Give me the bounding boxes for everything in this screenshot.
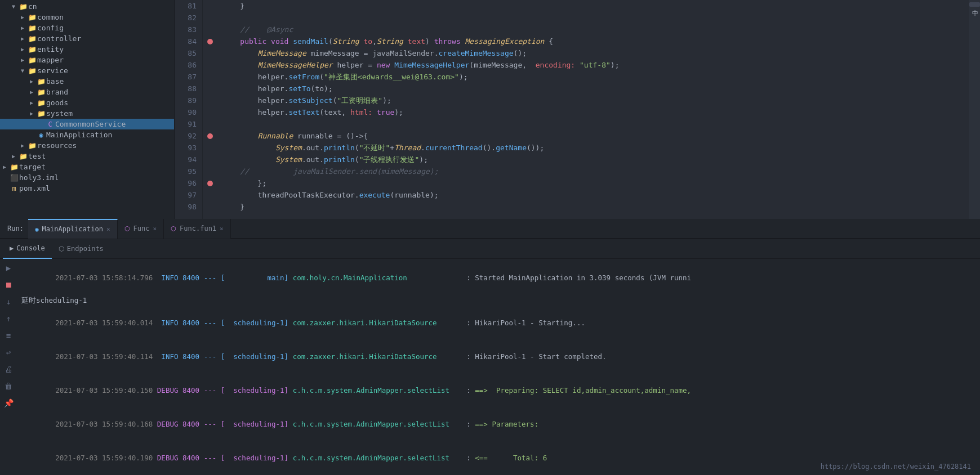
left-icon-clear[interactable]: 🗑 <box>2 379 15 393</box>
tree-item-pomxml[interactable]: m pom.xml <box>0 183 174 194</box>
java-service-icon: C <box>45 120 55 128</box>
breakpoint-92 <box>207 133 213 139</box>
panel-tab-console[interactable]: ▶ Console <box>3 239 52 259</box>
left-icon-run[interactable]: ▶ <box>2 261 15 275</box>
tree-item-service[interactable]: ▼ 📁 service <box>0 65 174 76</box>
tab-label-main: MainApplication <box>42 225 103 233</box>
watermark: https://blog.csdn.net/weixin_47628141 <box>821 463 971 470</box>
right-mini-btn[interactable]: 中 <box>969 2 980 7</box>
tree-label-pomxml: pom.xml <box>19 184 50 192</box>
tree-item-holy3iml[interactable]: ⬛ holy3.iml <box>0 172 174 183</box>
folder-icon-cn: 📁 <box>18 3 28 11</box>
folder-icon-base: 📁 <box>36 78 46 86</box>
code-line-90: helper.setText(text, html: true); <box>222 106 974 118</box>
tree-item-goods[interactable]: ▶ 📁 goods <box>0 97 174 108</box>
tree-arrow-target: ▶ <box>0 164 9 170</box>
tree-item-main-application[interactable]: ▶ ◉ MainApplication <box>0 129 174 140</box>
tree-arrow-goods: ▶ <box>27 100 36 106</box>
code-line-85: MimeMessage mimeMessage = javaMailSender… <box>222 47 974 59</box>
code-line-84: public void sendMail(String to,String te… <box>222 35 974 47</box>
left-icon-stop[interactable]: ⏹ <box>2 278 15 292</box>
tree-item-base[interactable]: ▶ 📁 base <box>0 76 174 87</box>
tab-icon-main: ◉ <box>35 226 39 233</box>
tree-item-config[interactable]: ▶ 📁 config <box>0 23 174 33</box>
tab-close-func[interactable]: × <box>153 225 157 232</box>
panel-tab-endpoints-label: Endpoints <box>67 245 104 253</box>
left-icon-wrap[interactable]: ↩ <box>2 346 15 359</box>
tree-arrow-mapper: ▶ <box>18 57 27 63</box>
code-line-83: // @Async <box>222 24 974 35</box>
tree-item-entity[interactable]: ▶ 📁 entity <box>0 44 174 55</box>
java-app-icon: ◉ <box>36 131 46 139</box>
tree-item-brand[interactable]: ▶ 📁 brand <box>0 87 174 97</box>
tree-label-holy3iml: holy3.iml <box>19 173 59 182</box>
tree-item-resources[interactable]: ▶ 📁 resources <box>0 140 174 151</box>
tab-label-func: Func <box>133 225 150 232</box>
code-line-82 <box>222 12 974 24</box>
tree-arrow-controller: ▶ <box>18 35 27 42</box>
left-icon-down[interactable]: ↓ <box>2 295 15 308</box>
folder-icon-brand: 📁 <box>36 88 46 96</box>
tree-arrow-common: ▶ <box>18 14 27 20</box>
tree-item-target[interactable]: ▶ 📁 target <box>0 162 174 172</box>
tree-label-common: common <box>37 13 64 21</box>
bottom-panel: ▶ Console ⬡ Endpoints ▶ ⏹ ↓ ↑ ≡ ↩ 🖨 🗑 📌 … <box>0 239 980 475</box>
tab-close-func-fun1[interactable]: × <box>220 225 224 232</box>
tree-label-base: base <box>46 77 64 86</box>
code-line-93: System.out.println("不延时"+Thread.currentT… <box>222 142 974 154</box>
tree-item-mapper[interactable]: ▶ 📁 mapper <box>0 55 174 65</box>
tree-item-system[interactable]: ▶ 📁 system <box>0 108 174 119</box>
tab-main-application[interactable]: ◉ MainApplication × <box>28 219 118 239</box>
code-line-88: helper.setTo(to); <box>222 83 974 95</box>
folder-icon-resources: 📁 <box>27 142 37 150</box>
tree-arrow-service: ▼ <box>18 68 27 74</box>
folder-icon-common: 📁 <box>27 14 37 21</box>
tree-arrow-brand: ▶ <box>27 89 36 95</box>
tree-arrow-test: ▶ <box>9 153 18 159</box>
panel-tab-console-label: Console <box>16 244 45 252</box>
code-line-94: System.out.println("子线程执行发送"); <box>222 154 974 165</box>
run-label: Run: <box>3 225 28 232</box>
tree-arrow-system: ▶ <box>27 110 36 116</box>
tree-item-common-service[interactable]: ▶ C CommonmonService <box>0 119 174 129</box>
code-editor[interactable]: 81 82 83 84 85 86 87 88 89 90 91 92 93 9… <box>175 0 980 219</box>
tree-item-test[interactable]: ▶ 📁 test <box>0 151 174 162</box>
tree-label-brand: brand <box>46 88 68 96</box>
code-line-95: // javaMailSender.send(mimeMessage); <box>222 165 974 177</box>
left-icon-list[interactable]: ≡ <box>2 329 15 342</box>
log-line-6: 2021-07-03 15:59:40.168 DEBUG 8400 --- [… <box>21 407 975 441</box>
code-line-89: helper.setSubject("工资明细表"); <box>222 95 974 106</box>
tree-label-target: target <box>19 163 46 171</box>
tab-icon-func-fun1: ⬡ <box>171 225 176 232</box>
file-icon-pomxml: m <box>9 185 19 192</box>
folder-icon-test: 📁 <box>18 153 28 160</box>
tab-label-func-fun1: Func.fun1 <box>180 225 216 232</box>
line-numbers: 81 82 83 84 85 86 87 88 89 90 91 92 93 9… <box>175 0 203 219</box>
panel-tab-endpoints[interactable]: ⬡ Endpoints <box>52 239 110 259</box>
breakpoint-96 <box>207 181 213 186</box>
log-line-2: 延时scheduling-1 <box>21 295 975 306</box>
log-line-1: 2021-07-03 15:58:14.796 INFO 8400 --- [ … <box>21 261 975 295</box>
code-content[interactable]: } // @Async public void sendMail(String … <box>217 0 980 219</box>
folder-icon-config: 📁 <box>27 24 37 32</box>
tree-label-config: config <box>37 24 64 32</box>
left-icon-pin[interactable]: 📌 <box>2 396 15 410</box>
code-line-87: helper.setFrom("神圣集团<edwards__wei@163.co… <box>222 71 974 83</box>
tab-close-main[interactable]: × <box>106 226 110 233</box>
folder-icon-mapper: 📁 <box>27 56 37 64</box>
tree-label-system: system <box>46 109 73 118</box>
tree-label-goods: goods <box>46 98 68 107</box>
folder-icon-service: 📁 <box>27 67 37 75</box>
tree-label-resources: resources <box>37 141 77 150</box>
left-icon-up[interactable]: ↑ <box>2 312 15 325</box>
code-line-92: Runnable runnable = ()->{ <box>222 130 974 142</box>
tree-item-cn[interactable]: ▼ 📁 cn <box>0 1 174 12</box>
tree-label-service: service <box>37 66 68 75</box>
tab-func-fun1[interactable]: ⬡ Func.fun1 × <box>164 219 231 239</box>
left-icon-bar: ▶ ⏹ ↓ ↑ ≡ ↩ 🖨 🗑 📌 <box>0 259 17 475</box>
tree-item-common[interactable]: ▶ 📁 common <box>0 12 174 23</box>
left-icon-print[interactable]: 🖨 <box>2 362 15 376</box>
tree-item-controller[interactable]: ▶ 📁 controller <box>0 33 174 44</box>
folder-icon-system: 📁 <box>36 110 46 118</box>
tab-func[interactable]: ⬡ Func × <box>118 219 164 239</box>
